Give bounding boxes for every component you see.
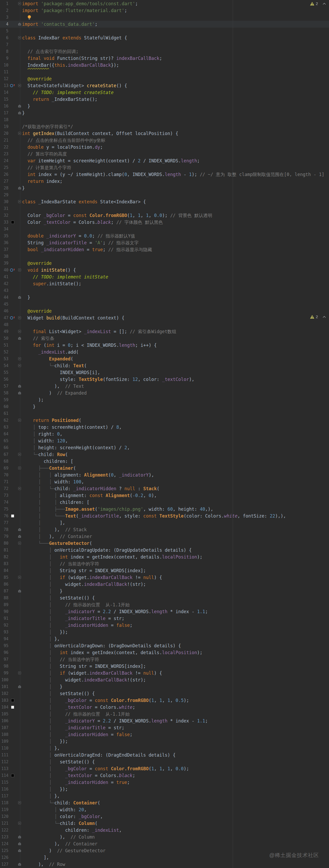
code-line[interactable]: 14 // TODO: implement createState	[0, 89, 329, 96]
code-line[interactable]: 54 └─child: Text(	[0, 362, 329, 369]
code-line[interactable]: 21 // 点击的坐标点在当前部件中的y坐标	[0, 137, 329, 144]
code-line[interactable]: 106 │ _indicatorY = 2.2 / INDEX_WORDS.le…	[0, 717, 329, 724]
code-line[interactable]: 119 │ width: 20,	[0, 806, 329, 813]
line-number[interactable]: 21	[0, 137, 8, 144]
fold-start-marker[interactable]	[18, 542, 21, 545]
code-line[interactable]: 63 │ top: screenHeight(context) / 8,	[0, 424, 329, 431]
code-line[interactable]: 15 return _IndexBarState();	[0, 96, 329, 103]
chevron-up-icon[interactable]	[323, 3, 326, 5]
code-line[interactable]: 35 double _indicatorY = 0.0; // 指示器默认Y值	[0, 232, 329, 239]
code-line[interactable]: 1import 'package:app_demo/tools/const.da…	[0, 0, 329, 7]
code-line[interactable]: 48	[0, 321, 329, 328]
gutter-cell[interactable]: 43	[0, 287, 20, 294]
code-line[interactable]: 20int getIndex(BuildContext context, Off…	[0, 130, 329, 137]
line-number[interactable]: 27	[0, 178, 8, 185]
code-line[interactable]: 92 │ _indicatorHidden = false;	[0, 622, 329, 629]
code-line[interactable]: 123 ), // Column	[0, 834, 329, 840]
intention-bulb-icon[interactable]	[27, 15, 31, 20]
gutter-cell[interactable]: 104	[0, 704, 20, 711]
gutter-cell[interactable]: 11	[0, 68, 20, 75]
code-line[interactable]: 40 void initState() {	[0, 267, 329, 274]
code-line[interactable]: 25 // 计算是第几个字符	[0, 164, 329, 171]
line-number[interactable]: 53	[0, 355, 8, 362]
line-number[interactable]: 70	[0, 471, 8, 478]
gutter-cell[interactable]: 15	[0, 96, 20, 103]
line-number[interactable]: 41	[0, 274, 8, 280]
code-line[interactable]: 83 │ // 当前选中的字符	[0, 560, 329, 567]
line-number[interactable]: 110	[0, 745, 8, 752]
gutter-cell[interactable]: 25	[0, 164, 20, 171]
line-number[interactable]: 68	[0, 458, 8, 465]
code-line[interactable]: 117 │ },	[0, 793, 329, 800]
overriding-method-gutter-icon[interactable]	[10, 316, 13, 319]
inspections-widget-2[interactable]: 2	[310, 314, 326, 319]
gutter-cell[interactable]: 48	[0, 321, 20, 328]
gutter-cell[interactable]: 31	[0, 205, 20, 212]
code-line[interactable]: 57 ), // Text	[0, 383, 329, 390]
gutter-cell[interactable]: 57	[0, 383, 20, 390]
code-line[interactable]: 105 │ // 指示器的位置 从-1.1开始	[0, 711, 329, 717]
code-line[interactable]: 37 bool _indicatorHidden = true; // 指示器显…	[0, 246, 329, 253]
gutter-cell[interactable]: 5	[0, 28, 20, 34]
code-line[interactable]: 8 // 点击索引字符的回调;	[0, 48, 329, 55]
overriding-method-gutter-icon[interactable]	[10, 84, 13, 87]
color-preview-icon[interactable]	[11, 221, 14, 224]
fold-start-marker[interactable]	[18, 576, 21, 579]
line-number[interactable]: 43	[0, 287, 8, 294]
gutter-cell[interactable]: 64	[0, 431, 20, 437]
code-line[interactable]: 112 │ setState(() {	[0, 758, 329, 765]
line-number[interactable]: 90	[0, 608, 8, 615]
line-number[interactable]: 37	[0, 246, 8, 253]
gutter-cell[interactable]: 81	[0, 547, 20, 554]
line-number[interactable]: 87	[0, 588, 8, 594]
code-line[interactable]: 110 │ },	[0, 745, 329, 752]
line-number[interactable]: 83	[0, 560, 8, 567]
code-line[interactable]: 111 │ onVerticalDragEnd: (DragEndDetails…	[0, 752, 329, 758]
code-line[interactable]: 101 │ }	[0, 683, 329, 690]
line-number[interactable]: 65	[0, 437, 8, 444]
line-number[interactable]: 80	[0, 540, 8, 547]
gutter-cell[interactable]: 102	[0, 690, 20, 697]
line-number[interactable]: 36	[0, 239, 8, 246]
line-number[interactable]: 73	[0, 492, 8, 499]
gutter-cell[interactable]: 24	[0, 157, 20, 164]
line-number[interactable]: 13	[0, 82, 8, 89]
gutter-cell[interactable]: 127	[0, 861, 20, 868]
gutter-cell[interactable]: 18	[0, 116, 20, 123]
gutter-cell[interactable]: 47	[0, 314, 20, 321]
line-number[interactable]: 23	[0, 151, 8, 157]
color-preview-icon[interactable]	[11, 774, 14, 777]
line-number[interactable]: 103	[0, 697, 8, 704]
line-number[interactable]: 14	[0, 89, 8, 96]
line-number[interactable]: 49	[0, 328, 8, 335]
code-line[interactable]: 108 │ _indicatorHidden = false;	[0, 731, 329, 738]
line-number[interactable]: 98	[0, 663, 8, 670]
line-number[interactable]: 120	[0, 813, 8, 820]
gutter-cell[interactable]: 69	[0, 465, 20, 471]
gutter-cell[interactable]: 119	[0, 806, 20, 813]
line-number[interactable]: 127	[0, 861, 8, 868]
gutter-cell[interactable]: 93	[0, 629, 20, 636]
line-number[interactable]: 30	[0, 198, 8, 205]
code-line[interactable]: 55 INDEX_WORDS[i],	[0, 369, 329, 376]
gutter-cell[interactable]: 83	[0, 560, 20, 567]
code-line[interactable]: 13 State<StatefulWidget> createState() {	[0, 82, 329, 89]
gutter-cell[interactable]: 21	[0, 137, 20, 144]
code-line[interactable]: 36 String _indicatorTitle = 'A'; // 指示器文…	[0, 239, 329, 246]
code-line[interactable]: 97 │ // 当前选中的字符	[0, 656, 329, 663]
gutter-cell[interactable]: 95	[0, 642, 20, 649]
line-number[interactable]: 89	[0, 601, 8, 608]
line-number[interactable]: 12	[0, 75, 8, 82]
gutter-cell[interactable]: 58	[0, 390, 20, 397]
code-line[interactable]: 79 │ ), // Container	[0, 533, 329, 540]
code-line[interactable]: 2import 'package:flutter/material.dart';	[0, 7, 329, 14]
line-number[interactable]: 34	[0, 226, 8, 232]
line-number[interactable]: 67	[0, 451, 8, 458]
line-number[interactable]: 108	[0, 731, 8, 738]
code-line[interactable]: 68 children: [	[0, 458, 329, 465]
line-number[interactable]: 18	[0, 116, 8, 123]
fold-start-marker[interactable]	[18, 2, 21, 5]
line-number[interactable]: 10	[0, 62, 8, 68]
code-line[interactable]: 85 │ if (widget.indexBarCallBack != null…	[0, 574, 329, 581]
fold-start-marker[interactable]	[18, 36, 21, 39]
